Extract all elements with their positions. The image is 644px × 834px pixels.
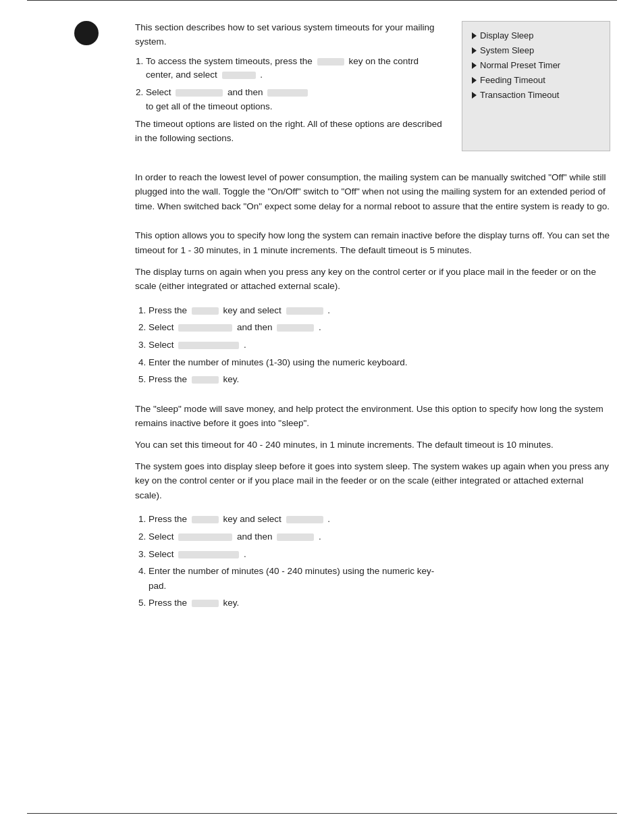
display-sleep-step1: Press the key and select . (149, 303, 610, 318)
arrow-icon-feeding-timeout (472, 77, 477, 84)
system-sleep-step1: Press the key and select . (149, 512, 610, 527)
intro-list-item1: To access the system timeouts, press the… (146, 55, 448, 82)
page-container: This section describes how to set variou… (0, 0, 644, 834)
system-sleep-steps: Press the key and select . Select and th… (149, 512, 610, 610)
redacted-then1 (267, 89, 308, 97)
sidebar-item-system-sleep: System Sleep (472, 43, 600, 58)
display-sleep-section: This option allows you to specify how lo… (135, 228, 610, 293)
display-sleep-step2: Select and then . (149, 320, 610, 335)
display-sleep-step3: Select . (149, 338, 610, 353)
redacted-select2 (176, 89, 223, 97)
arrow-icon-display-sleep (472, 32, 477, 39)
intro-text: This section describes how to set variou… (135, 21, 448, 151)
display-sleep-step4: Enter the number of minutes (1-30) using… (149, 355, 610, 370)
power-section: In order to reach the lowest level of po… (135, 170, 610, 214)
sidebar-item-display-sleep: Display Sleep (472, 28, 600, 43)
intro-paragraph1: This section describes how to set variou… (135, 21, 448, 49)
display-sleep-steps: Press the key and select . Select and th… (149, 303, 610, 387)
redacted-ss-sel3 (178, 551, 239, 558)
redacted-ds-key2 (192, 376, 219, 384)
system-sleep-section: The "sleep" mode will save money, and he… (135, 402, 610, 503)
arrow-icon-system-sleep (472, 47, 477, 54)
intro-list: To access the system timeouts, press the… (146, 55, 448, 113)
arrow-icon-normal-preset-timer (472, 62, 477, 69)
sidebar-item-feeding-timeout: Feeding Timeout (472, 73, 600, 88)
redacted-key1 (317, 58, 344, 66)
sidebar-box: Display Sleep System Sleep Normal Preset… (462, 21, 610, 151)
redacted-ss-sel1 (286, 516, 323, 523)
sidebar-item-normal-preset-timer: Normal Preset Timer (472, 58, 600, 73)
display-sleep-step5: Press the key. (149, 372, 610, 387)
system-sleep-step3: Select . (149, 547, 610, 562)
redacted-ss-sel2 (178, 533, 232, 541)
redacted-ds-then1 (277, 324, 314, 332)
sidebar-item-transaction-timeout: Transaction Timeout (472, 88, 600, 103)
redacted-ds-sel1 (286, 307, 323, 315)
arrow-icon-transaction-timeout (472, 92, 477, 99)
redacted-ds-sel3 (178, 342, 239, 349)
system-sleep-paragraph3: The system goes into display sleep befor… (135, 459, 610, 503)
redacted-ss-key2 (192, 600, 219, 607)
intro-list-item2: Select and then to get all of the timeou… (146, 86, 448, 113)
redacted-ss-key1 (192, 516, 219, 523)
system-sleep-step4: Enter the number of minutes (40 - 240 mi… (149, 564, 610, 593)
intro-section: This section describes how to set variou… (135, 21, 610, 151)
system-sleep-paragraph2: You can set this timeout for 40 - 240 mi… (135, 438, 610, 452)
system-sleep-paragraph1: The "sleep" mode will save money, and he… (135, 402, 610, 431)
redacted-ds-sel2 (178, 324, 232, 332)
redacted-select1 (222, 72, 256, 79)
display-sleep-paragraph2: The display turns on again when you pres… (135, 265, 610, 294)
system-sleep-step2: Select and then . (149, 529, 610, 544)
system-sleep-step5: Press the key. (149, 596, 610, 610)
content-area: This section describes how to set variou… (0, 1, 644, 660)
intro-paragraph2: The timeout options are listed on the ri… (135, 118, 448, 146)
redacted-ds-key1 (192, 307, 219, 315)
display-sleep-paragraph1: This option allows you to specify how lo… (135, 228, 610, 257)
power-paragraph1: In order to reach the lowest level of po… (135, 170, 610, 214)
section-circle-icon (74, 21, 99, 45)
bottom-rule (27, 813, 617, 814)
redacted-ss-then1 (277, 533, 314, 541)
